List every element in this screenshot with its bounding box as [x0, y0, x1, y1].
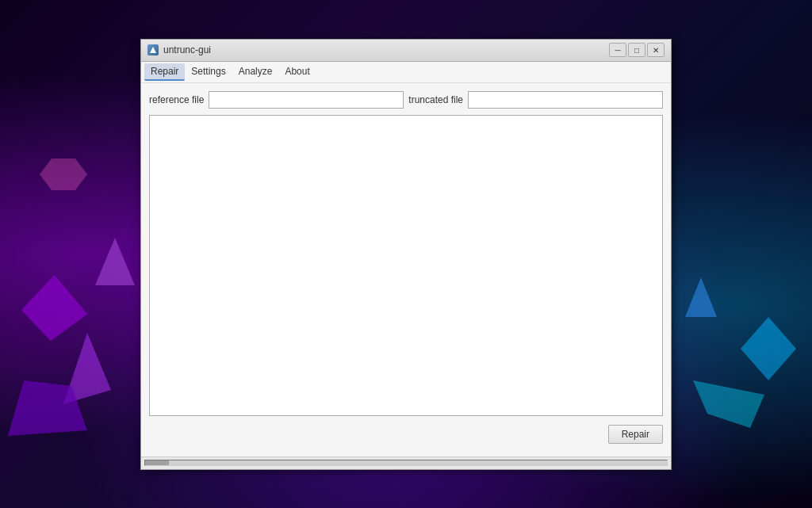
reference-file-input[interactable] [209, 91, 404, 109]
menu-item-settings[interactable]: Settings [185, 63, 232, 81]
title-bar: untrunc-gui ─ □ ✕ [141, 40, 671, 62]
bg-shape-6 [693, 380, 764, 428]
output-area [149, 115, 663, 418]
status-track [144, 460, 668, 466]
bg-shape-7 [685, 277, 717, 317]
truncated-file-label: truncated file [408, 94, 463, 105]
minimize-button[interactable]: ─ [609, 43, 626, 57]
bottom-row: Repair [149, 425, 663, 444]
truncated-file-input[interactable] [468, 91, 663, 109]
output-textarea[interactable] [149, 115, 663, 416]
window-controls: ─ □ ✕ [609, 43, 665, 57]
menu-item-analyze[interactable]: Analyze [232, 63, 279, 81]
content-area: reference file truncated file Repair [141, 83, 671, 456]
bg-shape-8 [40, 159, 87, 190]
window-title: untrunc-gui [163, 44, 211, 55]
menu-bar: Repair Settings Analyze About [141, 62, 671, 83]
close-button[interactable]: ✕ [647, 43, 665, 57]
title-bar-left: untrunc-gui [147, 44, 211, 55]
file-row: reference file truncated file [149, 91, 663, 109]
bg-shape-1 [15, 269, 97, 350]
menu-item-repair[interactable]: Repair [144, 63, 185, 81]
bg-shape-4 [95, 238, 135, 285]
reference-file-label: reference file [149, 94, 204, 105]
app-icon-inner [150, 47, 156, 53]
maximize-button[interactable]: □ [628, 43, 645, 57]
main-window: untrunc-gui ─ □ ✕ Repair Settings Analyz… [140, 39, 672, 470]
status-bar [141, 456, 671, 469]
menu-item-about[interactable]: About [278, 63, 316, 81]
app-icon [147, 44, 159, 55]
status-thumb [145, 460, 169, 465]
repair-button[interactable]: Repair [608, 425, 663, 444]
bg-shape-5 [741, 317, 796, 380]
